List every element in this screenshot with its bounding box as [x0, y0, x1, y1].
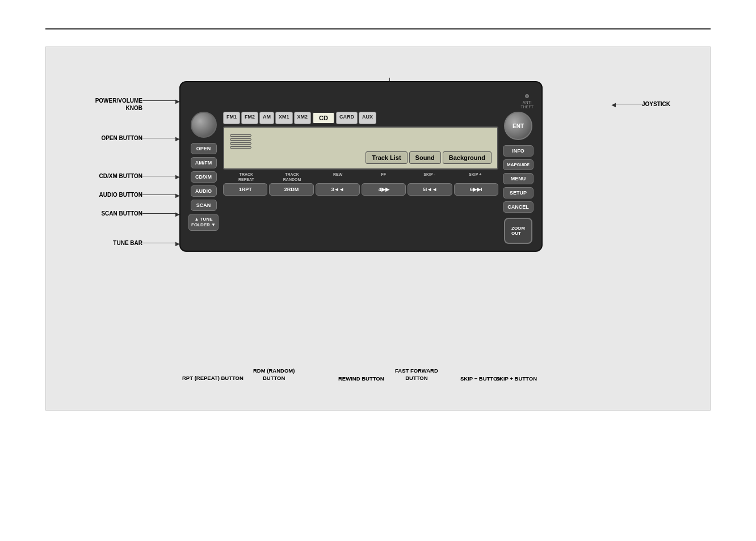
cancel-button[interactable]: CANCEL: [503, 201, 534, 213]
menu-button[interactable]: MENU: [503, 173, 534, 184]
anti-theft-label: ANTITHEFT: [520, 100, 534, 109]
tab-am[interactable]: AM: [259, 112, 274, 124]
transport-label-rew: REW: [316, 172, 360, 182]
anti-theft-dot: [525, 94, 529, 98]
page-title: [0, 0, 756, 28]
transport-buttons: 1RPT 2RDM 3◄◄ 4▶▶ 5I◄◄ 6▶▶I: [223, 183, 498, 196]
audio-button-line: [142, 195, 177, 195]
audio-button-label: AUDIO BUTTON: [69, 192, 142, 198]
artist-tag: [230, 142, 251, 145]
joystick-label: JOYSTICK: [642, 101, 687, 107]
album-tag: [230, 138, 251, 141]
display-screen: Track List Sound Background: [223, 126, 498, 170]
bottom-labels-section: RPT (REPEAT) BUTTON RDM (RANDOM)BUTTON R…: [179, 339, 543, 382]
tab-fm2[interactable]: FM2: [241, 112, 258, 124]
title-divider: [45, 28, 711, 29]
joystick-arrow: ▶: [611, 102, 616, 108]
transport-label-ff: FF: [362, 172, 406, 182]
tab-bar: FM1 FM2 AM XM1 XM2 CD CARD AUX: [223, 112, 498, 124]
transport-label-skipminus: SKIP -: [408, 172, 452, 182]
joystick-line: [615, 104, 643, 104]
time-tag: [230, 146, 251, 149]
transport-label-repeat: TRACKREPEAT: [224, 172, 268, 182]
ent-button[interactable]: ENT: [504, 112, 532, 140]
skipminus-bottom-label: SKIP − BUTTON: [460, 375, 501, 382]
volume-knob[interactable]: [191, 112, 217, 138]
cdxm-button-line: [142, 176, 177, 176]
tab-fm1[interactable]: FM1: [223, 112, 240, 124]
open-button[interactable]: OPEN: [191, 143, 217, 154]
scan-button[interactable]: SCAN: [191, 200, 217, 211]
mapguide-button[interactable]: MAPGUIDE: [503, 159, 534, 170]
background-btn[interactable]: Background: [443, 151, 492, 164]
main-screen-area: FM1 FM2 AM XM1 XM2 CD CARD AUX: [223, 112, 498, 196]
scan-button-line: [142, 213, 177, 214]
open-button-line: [142, 138, 177, 138]
right-button-group: ENT INFO MAPGUIDE MENU SETUP CANCEL ZOOM…: [503, 112, 534, 244]
power-volume-label: POWER/VOLUMEKNOB: [69, 97, 142, 112]
btn-5skipminus[interactable]: 5I◄◄: [408, 183, 452, 196]
tab-card[interactable]: CARD: [336, 112, 358, 124]
track-list-btn[interactable]: Track List: [366, 151, 407, 164]
audio-button[interactable]: AUDIO: [191, 185, 217, 197]
skipplus-bottom-label: SKIP + BUTTON: [496, 375, 537, 382]
tab-aux[interactable]: AUX: [359, 112, 376, 124]
tune-bar-label: TUNE BAR: [69, 240, 142, 246]
rdm-bottom-label: RDM (RANDOM)BUTTON: [253, 367, 295, 382]
btn-3rew[interactable]: 3◄◄: [316, 183, 360, 196]
tune-bar-line: [142, 243, 177, 243]
sound-btn[interactable]: Sound: [409, 151, 441, 164]
rewind-bottom-label: REWIND BUTTON: [338, 375, 384, 382]
tab-xm1[interactable]: XM1: [275, 112, 293, 124]
cdxm-button[interactable]: CD/XM: [191, 171, 217, 183]
transport-label-skipplus: SKIP +: [453, 172, 497, 182]
setup-button[interactable]: SETUP: [503, 187, 534, 198]
tab-xm2[interactable]: XM2: [294, 112, 312, 124]
head-unit: ANTITHEFT OPEN AM/FM CD/XM AUDIO SCAN ▲: [179, 81, 543, 252]
diagram-container: POWER/VOLUMEKNOB ▶ OPEN BUTTON ▶ CD/XM B…: [45, 47, 711, 411]
btn-2rdm[interactable]: 2RDM: [269, 183, 313, 196]
scan-button-label: SCAN BUTTON: [69, 210, 142, 217]
btn-6skipplus[interactable]: 6▶▶I: [454, 183, 498, 196]
track-tag: [230, 134, 251, 137]
btn-1rpt[interactable]: 1RPT: [223, 183, 267, 196]
left-button-group: OPEN AM/FM CD/XM AUDIO SCAN ▲ TUNEFOLDER…: [188, 112, 219, 230]
ff-bottom-label: FAST FORWARDBUTTON: [395, 367, 438, 382]
transport-label-random: TRACKRANDOM: [270, 172, 314, 182]
open-button-label: OPEN BUTTON: [69, 135, 142, 141]
cdxm-button-label: CD/XM BUTTON: [69, 173, 142, 179]
page-number: [0, 411, 756, 433]
transport-labels: TRACKREPEAT TRACKRANDOM REW FF SKIP - SK…: [223, 172, 498, 182]
tab-cd[interactable]: CD: [312, 112, 335, 124]
power-volume-line: [142, 100, 177, 101]
tune-folder-button[interactable]: ▲ TUNEFOLDER ▼: [188, 214, 219, 230]
amfm-button[interactable]: AM/FM: [191, 157, 217, 168]
btn-4ff[interactable]: 4▶▶: [362, 183, 406, 196]
zoom-out-button[interactable]: ZOOMOUT: [504, 218, 532, 244]
info-button[interactable]: INFO: [503, 145, 534, 157]
rpt-bottom-label: RPT (REPEAT) BUTTON: [182, 375, 243, 382]
